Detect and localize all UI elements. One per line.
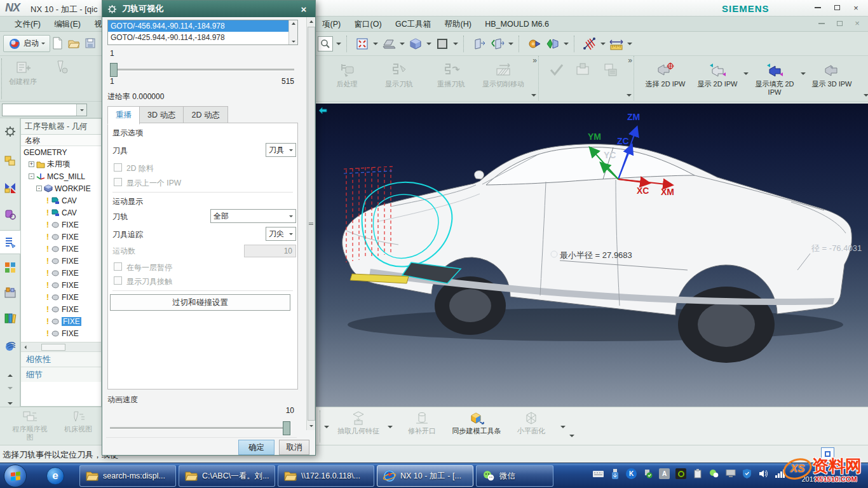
start-button[interactable]: 启动 — [3, 35, 50, 52]
child-minimize-icon[interactable] — [813, 18, 830, 28]
child-close-icon[interactable]: × — [849, 18, 865, 28]
show-2d-ipw-caret-icon[interactable] — [743, 72, 749, 75]
dialog-scrollbar[interactable] — [306, 17, 315, 430]
usb-tray-icon[interactable] — [609, 468, 620, 479]
extract-geometry-button[interactable]: 抽取几何特征 — [333, 409, 384, 435]
kingsoft-tray-icon[interactable]: K — [626, 468, 637, 479]
tool-combobox[interactable]: 刀具 — [266, 143, 296, 157]
expand-icon[interactable]: + — [29, 161, 34, 167]
nvidia-tray-icon[interactable] — [675, 468, 686, 479]
prev-ipw-checkbox[interactable] — [114, 178, 122, 186]
scroll-up-icon[interactable] — [307, 17, 316, 26]
tree-row-fixed-contour[interactable]: ! FIXE — [21, 327, 101, 339]
tab-2d-dynamic[interactable]: 2D 动态 — [184, 106, 227, 125]
2d-removal-checkbox[interactable] — [114, 163, 122, 172]
machine-tool-navigator-icon[interactable] — [2, 259, 18, 276]
search-icon[interactable] — [318, 36, 333, 51]
taskbar-item-nx[interactable]: NX 10 - 加工 - [... — [377, 465, 473, 487]
collapse-icon[interactable]: - — [36, 186, 42, 191]
machine-view-button[interactable]: 机床视图 — [58, 410, 98, 445]
work-plane-icon[interactable] — [435, 36, 450, 51]
taskbar-item-wechat[interactable]: 微信 — [476, 465, 553, 487]
anim-speed-slider-thumb[interactable] — [283, 421, 290, 435]
start-orb[interactable] — [4, 464, 27, 487]
facet-caret-icon[interactable] — [560, 426, 566, 428]
contact-checkbox[interactable] — [114, 276, 122, 285]
tree-row-unused[interactable]: + 未用项 — [21, 158, 101, 170]
web-browser-icon[interactable] — [2, 338, 18, 355]
group-more-icon[interactable]: » — [628, 57, 632, 64]
menu-window[interactable]: 窗口(O) — [349, 17, 388, 32]
selection-filter-combobox[interactable] — [2, 104, 87, 116]
shaded-view-caret-icon[interactable] — [426, 43, 431, 45]
wechat-tray-icon[interactable] — [709, 468, 719, 479]
machine-code-button[interactable] — [597, 58, 625, 78]
assembly-navigator-icon[interactable] — [2, 152, 18, 169]
tree-row-fixed-contour[interactable]: ! FIXE — [21, 303, 101, 315]
replay-toolpath-button[interactable]: 重播刀轨 — [425, 58, 477, 88]
tree-row-fixed-contour[interactable]: ! FIXE — [21, 231, 101, 243]
dialog-titlebar[interactable]: 刀轨可视化 × — [102, 1, 315, 17]
toolbar-overflow-caret-icon[interactable] — [569, 435, 574, 437]
true-shading-caret-icon[interactable] — [564, 43, 569, 45]
position-slider-track[interactable] — [110, 69, 294, 71]
taskbar-item-network-folder[interactable]: \\172.16.0.118\... — [278, 465, 374, 487]
clipboard-tray-icon[interactable] — [692, 468, 703, 479]
display-mode-caret-icon[interactable] — [400, 43, 405, 45]
show-cut-moves-button[interactable]: 显示切削移动 — [477, 58, 529, 88]
motion-count-input[interactable]: 10 — [244, 245, 296, 257]
keyboard-tray-icon[interactable] — [593, 468, 604, 479]
scroll-down-icon[interactable] — [307, 421, 316, 430]
menu-edit[interactable]: 编辑(E) — [48, 17, 86, 32]
measure-caret-icon[interactable] — [600, 43, 606, 45]
close-icon[interactable]: × — [848, 3, 864, 13]
search-caret-icon[interactable] — [336, 43, 341, 45]
shaded-view-icon[interactable] — [408, 36, 423, 51]
navigator-horizontal-scrollbar[interactable] — [21, 342, 101, 351]
toolpath-combobox[interactable]: 全部 — [210, 209, 296, 223]
tree-row-fixed-contour[interactable]: ! FIXE — [21, 243, 101, 255]
measure-distance-icon[interactable] — [582, 36, 597, 51]
usb-safe-tray-icon[interactable] — [642, 468, 653, 479]
reuse-library-icon[interactable] — [2, 310, 18, 327]
goto-line[interactable]: GOTO/-425.944,-90.114,-184.978 — [108, 32, 288, 43]
group-overflow-caret-icon[interactable] — [864, 94, 868, 97]
fit-view-icon[interactable] — [355, 36, 370, 51]
tree-row-fixed-contour[interactable]: ! FIXE — [21, 267, 101, 279]
security-tray-icon[interactable] — [742, 468, 752, 479]
scroll-down-icon[interactable] — [2, 380, 18, 396]
scroll-down-icon[interactable] — [292, 41, 295, 43]
goto-line-selected[interactable]: GOTO/-456.944,-90.114,-184.978 — [108, 20, 288, 32]
combobox-caret-icon[interactable] — [76, 104, 86, 116]
anim-speed-slider-track[interactable] — [110, 427, 290, 430]
part-navigator-icon[interactable] — [2, 206, 18, 222]
minimize-icon[interactable] — [810, 3, 826, 13]
sync-modeling-button[interactable]: 同步建模工具条 — [451, 409, 502, 435]
cancel-button[interactable]: 取消 — [279, 440, 309, 455]
display-tray-icon[interactable] — [725, 468, 736, 479]
show-3d-ipw-button[interactable]: 显示 3D IPW — [806, 58, 858, 88]
show-filled-2d-ipw-button[interactable]: 显示填充 2D IPW — [749, 58, 801, 97]
true-shading-icon[interactable] — [545, 36, 560, 51]
collapse-icon[interactable]: - — [29, 173, 34, 179]
clip-section-caret-icon[interactable] — [508, 43, 513, 45]
tree-row-fixed-contour[interactable]: ! FIXE — [21, 279, 101, 291]
pause-checkbox[interactable] — [114, 262, 122, 271]
tab-3d-dynamic[interactable]: 3D 动态 — [140, 106, 184, 125]
child-restore-icon[interactable] — [831, 18, 848, 28]
clip-section-icon[interactable] — [471, 36, 487, 51]
display-mode-icon[interactable] — [381, 36, 397, 51]
extract-caret-icon[interactable] — [388, 426, 393, 428]
taskbar-item-abc-folder[interactable]: C:\ABC\一看。刘... — [179, 465, 275, 487]
visual-effects-icon[interactable] — [527, 36, 542, 51]
show-filled-2d-ipw-caret-icon[interactable] — [801, 72, 806, 75]
post-process-button[interactable]: 后处理 — [321, 58, 373, 88]
dialog-scrollbar-thumb[interactable] — [308, 27, 315, 421]
scroll-up-icon[interactable] — [292, 22, 295, 25]
show-toolpath-button[interactable]: 显示刀轨 — [373, 58, 425, 88]
create-tool-button[interactable] — [43, 56, 78, 102]
group-overflow-caret-icon[interactable] — [627, 94, 632, 97]
tree-row-fixed-contour[interactable]: ! FIXE — [21, 255, 101, 267]
goto-list-scrollbar[interactable] — [288, 20, 297, 44]
dialog-close-icon[interactable]: × — [297, 4, 310, 15]
